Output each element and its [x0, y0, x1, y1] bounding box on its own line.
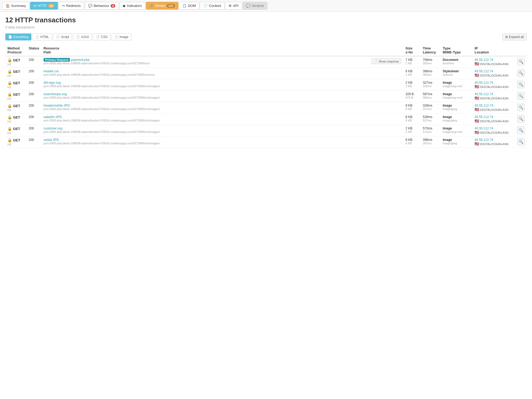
search-row-button[interactable]: 🔍 [517, 138, 525, 145]
type-sub: image/jpeg [443, 119, 470, 122]
dom-icon: 📋 [182, 4, 187, 8]
size-value: 6 KB [406, 69, 419, 73]
protocol-label: H2 [7, 86, 24, 89]
cell-search: 🔍 [515, 114, 527, 125]
filter-ajax[interactable]: 📄 AJAX [73, 33, 92, 40]
table-row: 🔒 GET H2 200ssdsd.JPGport-3000-php-black… [5, 136, 527, 148]
time-value: 587ms [423, 92, 438, 96]
nav-behaviour[interactable]: 💬 Behaviour 0 [85, 2, 119, 10]
table-row: 🔒 GET H2 200searchloupe.svgport-3000-php… [5, 91, 527, 102]
filter-script[interactable]: 📄 Script [53, 33, 72, 40]
cell-search: 🔍 [515, 136, 527, 148]
expand-all-button[interactable]: ⊞ Expand all [502, 33, 527, 40]
cell-resource: ssdsd.JPGport-3000-php-black-198008-adam… [41, 136, 403, 148]
table-row: 🔒 GET H2 200dhl-logo.svgport-3000-php-bl… [5, 79, 527, 91]
search-row-button[interactable]: 🔍 [517, 127, 525, 134]
cell-ip: 45.55.112.74 🇺🇸 DIGITALOCEAN-ASN [472, 114, 515, 125]
main-content: 12 HTTP transactions 0 data transactions… [0, 12, 532, 152]
cell-type: Image image/jpeg [441, 114, 472, 125]
type-sub: text/html [443, 62, 470, 65]
search-row-button[interactable]: 🔍 [517, 69, 525, 77]
nav-http[interactable]: ⇄ HTTP 12 [30, 2, 58, 10]
search-row-button[interactable]: 🔍 [517, 58, 525, 65]
time-value: 539ms [423, 115, 438, 119]
status-code: 200 [29, 115, 34, 119]
nav-redirects[interactable]: ↪ Redirects [58, 2, 84, 10]
protocol-label: H2 [7, 97, 24, 100]
method-label: GET [13, 127, 20, 131]
top-navigation: 🏠 Summary ⇄ HTTP 12 ↪ Redirects 💬 Behavi… [0, 0, 532, 12]
type-sub: image/svg+xml [443, 85, 470, 88]
type-main: Document [443, 58, 470, 62]
search-row-button[interactable]: 🔍 [517, 81, 525, 88]
us-flag-icon: 🇺🇸 [475, 119, 479, 123]
html-icon: 📄 [35, 35, 39, 39]
resource-link[interactable]: headermobile.JPG [44, 104, 70, 107]
us-flag-icon: 🇺🇸 [475, 130, 479, 135]
cell-type: Image image/svg+xml [441, 79, 472, 91]
similar-icon: 🔗 [149, 4, 154, 8]
type-main: Image [443, 81, 470, 85]
cell-resource: dhl-logo.svgport-3000-php-black-198008-a… [41, 79, 403, 91]
cell-method: 🔒 GET H2 [5, 68, 27, 79]
nav-dom[interactable]: 📋 DOM [179, 2, 199, 10]
cell-size: 2 KB 2 KB [403, 125, 421, 136]
type-sub: text/css [443, 73, 470, 76]
nav-verdicts[interactable]: 💬 Verdicts [243, 2, 267, 10]
ip-address: 45.55.112.74 [475, 81, 513, 85]
search-row-button[interactable]: 🔍 [517, 104, 525, 111]
resource-path: port-3000-php-black-198008-adamsbouhim74… [44, 62, 401, 65]
verdicts-icon: 💬 [246, 4, 250, 8]
ip-address: 45.55.112.74 [475, 92, 513, 96]
type-main: Image [443, 138, 470, 142]
protocol-label: H2 [7, 131, 24, 135]
cell-type: Stylesheet text/css [441, 68, 472, 79]
cell-time: 573ms 571ms [421, 125, 441, 136]
filter-css[interactable]: 📄 CSS [93, 33, 111, 40]
cell-type: Image image/jpeg [441, 136, 472, 148]
search-row-button[interactable]: 🔍 [517, 115, 525, 123]
size-value: 2 KB [406, 81, 419, 85]
filter-image[interactable]: 📄 Image [112, 33, 131, 40]
filter-everything[interactable]: 📄 Everything [5, 33, 31, 40]
filter-html[interactable]: 📄 HTML [32, 33, 52, 40]
nav-similar[interactable]: 🔗 Similar 226 [146, 2, 178, 10]
nav-api[interactable]: ⚙ API [225, 2, 242, 10]
table-row: 🔒 GET H2 200Primary Requestpayment.php📄 … [5, 56, 527, 68]
ip-org: 🇺🇸 DIGITALOCEAN-ASN [475, 107, 513, 112]
behaviour-badge: 0 [111, 4, 115, 8]
resource-link[interactable]: payment.php [71, 58, 89, 62]
nav-summary[interactable]: 🏠 Summary [2, 2, 29, 10]
cell-ip: 45.55.112.74 🇺🇸 DIGITALOCEAN-ASN [472, 68, 515, 79]
behaviour-icon: 💬 [88, 4, 92, 8]
ip-org: 🇺🇸 DIGITALOCEAN-ASN [475, 73, 513, 77]
lock-icon: 🔒 [7, 92, 12, 96]
cell-search: 🔍 [515, 56, 527, 68]
show-response-button[interactable]: 📄 Show response [371, 58, 401, 64]
resource-link[interactable]: saba9m.JPG [44, 115, 62, 119]
lock-icon: 🔒 [7, 127, 12, 131]
resource-link[interactable]: header.css [44, 69, 59, 73]
resource-link[interactable]: dhl-logo.svg [44, 81, 61, 85]
home-icon: 🏠 [6, 4, 10, 8]
cell-search: 🔍 [515, 79, 527, 91]
xfer-value: 479 B [406, 96, 419, 99]
cell-status: 200 [27, 114, 41, 125]
time-value: 573ms [423, 127, 438, 130]
size-value: 2 KB [406, 127, 419, 130]
type-main: Image [443, 127, 470, 130]
ip-org: 🇺🇸 DIGITALOCEAN-ASN [475, 130, 513, 135]
ajax-icon: 📄 [76, 35, 80, 39]
resource-link[interactable]: searchloupe.svg [44, 92, 67, 96]
resource-link[interactable]: customer.svg [44, 127, 62, 130]
nav-indicators[interactable]: ◆ Indicators [119, 2, 145, 10]
status-code: 200 [29, 104, 34, 107]
resource-link[interactable]: ssdsd.JPG [44, 138, 59, 142]
search-row-button[interactable]: 🔍 [517, 92, 525, 100]
nav-content[interactable]: 📄 Content [200, 2, 225, 10]
cell-search: 🔍 [515, 91, 527, 102]
cell-method: 🔒 GET H2 [5, 91, 27, 102]
protocol-label: H2 [7, 108, 24, 112]
cell-method: 🔒 GET H2 [5, 56, 27, 68]
cell-size: 8 KB 8 KB [403, 136, 421, 148]
